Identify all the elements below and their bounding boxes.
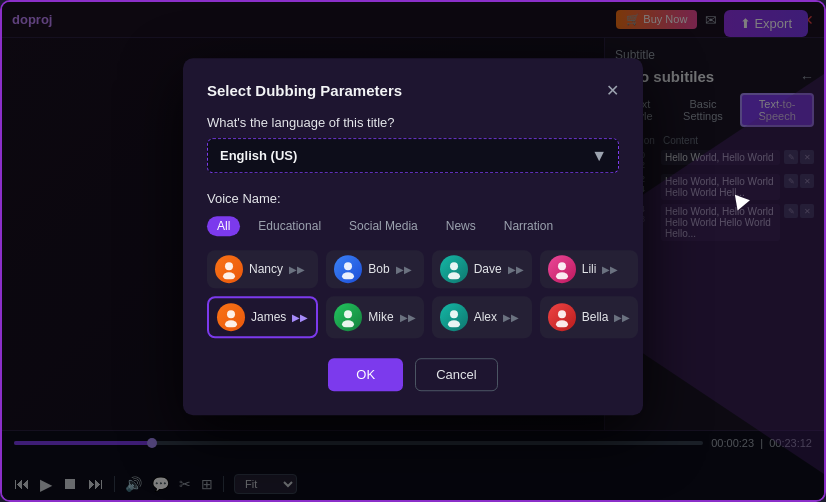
voice-grid: Nancy ▶▶ Bob ▶▶ Dave ▶▶ <box>207 250 619 338</box>
voice-filter-tabs: All Educational Social Media News Narrat… <box>207 216 619 236</box>
svg-point-15 <box>556 320 568 327</box>
ok-button[interactable]: OK <box>328 358 403 391</box>
svg-point-11 <box>342 320 354 327</box>
svg-point-14 <box>558 310 566 318</box>
svg-point-8 <box>227 310 235 318</box>
voice-name-dave: Dave <box>474 262 502 276</box>
voice-avatar-mike <box>334 303 362 331</box>
dubbing-dialog: Select Dubbing Parameters ✕ What's the l… <box>183 58 643 415</box>
filter-narration[interactable]: Narration <box>494 216 563 236</box>
voice-play-james[interactable]: ▶▶ <box>292 309 308 325</box>
voice-avatar-dave <box>440 255 468 283</box>
language-select-wrapper: English (US) English (UK) Spanish French… <box>207 138 619 173</box>
voice-name-nancy: Nancy <box>249 262 283 276</box>
cancel-button[interactable]: Cancel <box>415 358 497 391</box>
voice-item-james[interactable]: James ▶▶ <box>207 296 318 338</box>
voice-avatar-lili <box>548 255 576 283</box>
voice-play-mike[interactable]: ▶▶ <box>400 309 416 325</box>
voice-name-james: James <box>251 310 286 324</box>
svg-point-4 <box>450 262 458 270</box>
voice-item-dave[interactable]: Dave ▶▶ <box>432 250 532 288</box>
voice-play-bob[interactable]: ▶▶ <box>396 261 412 277</box>
voice-play-dave[interactable]: ▶▶ <box>508 261 524 277</box>
language-question-label: What's the language of this title? <box>207 115 619 130</box>
svg-point-13 <box>448 320 460 327</box>
app-container: doproj 🛒 Buy Now ✉ ↺ 👤 | ⊡ ✕ ⬆ Export Su… <box>0 0 826 502</box>
voice-item-bob[interactable]: Bob ▶▶ <box>326 250 423 288</box>
voice-name-alex: Alex <box>474 310 497 324</box>
voice-item-bella[interactable]: Bella ▶▶ <box>540 296 639 338</box>
voice-play-alex[interactable]: ▶▶ <box>503 309 519 325</box>
voice-name-label: Voice Name: <box>207 191 619 206</box>
dialog-title: Select Dubbing Parameters <box>207 82 402 99</box>
voice-name-bob: Bob <box>368 262 389 276</box>
voice-avatar-james <box>217 303 245 331</box>
filter-educational[interactable]: Educational <box>248 216 331 236</box>
filter-all[interactable]: All <box>207 216 240 236</box>
voice-name-bella: Bella <box>582 310 609 324</box>
dialog-actions: OK Cancel <box>207 358 619 391</box>
svg-point-5 <box>448 272 460 279</box>
voice-avatar-bella <box>548 303 576 331</box>
svg-point-1 <box>223 272 235 279</box>
voice-avatar-nancy <box>215 255 243 283</box>
voice-play-bella[interactable]: ▶▶ <box>614 309 630 325</box>
dialog-header: Select Dubbing Parameters ✕ <box>207 82 619 99</box>
voice-item-lili[interactable]: Lili ▶▶ <box>540 250 639 288</box>
voice-item-alex[interactable]: Alex ▶▶ <box>432 296 532 338</box>
voice-item-mike[interactable]: Mike ▶▶ <box>326 296 423 338</box>
svg-point-6 <box>558 262 566 270</box>
voice-name-lili: Lili <box>582 262 597 276</box>
svg-point-9 <box>225 320 237 327</box>
language-select[interactable]: English (US) English (UK) Spanish French… <box>207 138 619 173</box>
filter-news[interactable]: News <box>436 216 486 236</box>
svg-point-12 <box>450 310 458 318</box>
svg-point-2 <box>344 262 352 270</box>
voice-item-nancy[interactable]: Nancy ▶▶ <box>207 250 318 288</box>
voice-avatar-alex <box>440 303 468 331</box>
svg-point-3 <box>342 272 354 279</box>
voice-play-lili[interactable]: ▶▶ <box>602 261 618 277</box>
voice-avatar-bob <box>334 255 362 283</box>
voice-play-nancy[interactable]: ▶▶ <box>289 261 305 277</box>
svg-point-7 <box>556 272 568 279</box>
svg-point-10 <box>344 310 352 318</box>
filter-social-media[interactable]: Social Media <box>339 216 428 236</box>
voice-name-mike: Mike <box>368 310 393 324</box>
dialog-close-button[interactable]: ✕ <box>606 83 619 99</box>
svg-point-0 <box>225 262 233 270</box>
